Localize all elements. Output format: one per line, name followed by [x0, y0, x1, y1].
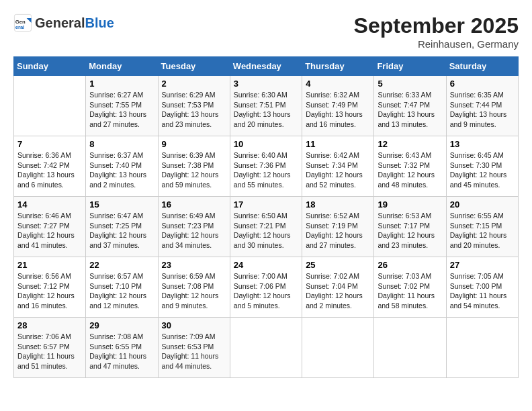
logo-general: General — [35, 15, 85, 30]
day-cell-18: 18Sunrise: 6:52 AM Sunset: 7:19 PM Dayli… — [302, 197, 374, 257]
day-number: 12 — [378, 139, 442, 149]
day-number: 11 — [306, 139, 370, 149]
day-info: Sunrise: 6:35 AM Sunset: 7:44 PM Dayligh… — [450, 90, 515, 130]
day-info: Sunrise: 7:06 AM Sunset: 6:57 PM Dayligh… — [17, 332, 82, 371]
day-info: Sunrise: 6:29 AM Sunset: 7:53 PM Dayligh… — [162, 90, 226, 130]
day-cell-6: 6Sunrise: 6:35 AM Sunset: 7:44 PM Daylig… — [446, 76, 518, 136]
day-info: Sunrise: 6:37 AM Sunset: 7:40 PM Dayligh… — [89, 150, 154, 190]
day-cell-11: 11Sunrise: 6:42 AM Sunset: 7:34 PM Dayli… — [302, 136, 374, 197]
calendar-table: SundayMondayTuesdayWednesdayThursdayFrid… — [13, 56, 519, 378]
day-number: 23 — [162, 260, 226, 270]
empty-cell — [446, 318, 518, 378]
day-info: Sunrise: 6:47 AM Sunset: 7:25 PM Dayligh… — [89, 211, 154, 250]
day-info: Sunrise: 7:03 AM Sunset: 7:02 PM Dayligh… — [378, 271, 442, 311]
day-cell-8: 8Sunrise: 6:37 AM Sunset: 7:40 PM Daylig… — [86, 136, 158, 197]
day-cell-14: 14Sunrise: 6:46 AM Sunset: 7:27 PM Dayli… — [14, 197, 86, 257]
day-number: 27 — [450, 260, 515, 270]
day-number: 28 — [17, 320, 82, 330]
day-info: Sunrise: 7:00 AM Sunset: 7:06 PM Dayligh… — [234, 271, 298, 311]
day-cell-1: 1Sunrise: 6:27 AM Sunset: 7:55 PM Daylig… — [86, 76, 158, 136]
logo-icon: Gen eral — [13, 13, 32, 32]
day-number: 24 — [234, 260, 298, 270]
day-cell-25: 25Sunrise: 7:02 AM Sunset: 7:04 PM Dayli… — [302, 257, 374, 318]
day-number: 5 — [378, 79, 442, 89]
svg-text:eral: eral — [15, 24, 25, 30]
day-number: 18 — [306, 199, 370, 210]
day-cell-24: 24Sunrise: 7:00 AM Sunset: 7:06 PM Dayli… — [230, 257, 302, 318]
weekday-header-friday: Friday — [374, 57, 446, 76]
empty-cell — [302, 318, 374, 378]
day-info: Sunrise: 6:27 AM Sunset: 7:55 PM Dayligh… — [89, 90, 154, 130]
day-cell-4: 4Sunrise: 6:32 AM Sunset: 7:49 PM Daylig… — [302, 76, 374, 136]
day-cell-7: 7Sunrise: 6:36 AM Sunset: 7:42 PM Daylig… — [14, 136, 86, 197]
day-info: Sunrise: 7:02 AM Sunset: 7:04 PM Dayligh… — [306, 271, 370, 311]
day-number: 30 — [162, 320, 226, 330]
day-info: Sunrise: 6:43 AM Sunset: 7:32 PM Dayligh… — [378, 150, 442, 190]
day-info: Sunrise: 6:46 AM Sunset: 7:27 PM Dayligh… — [17, 211, 82, 250]
day-info: Sunrise: 6:40 AM Sunset: 7:36 PM Dayligh… — [234, 150, 298, 190]
day-info: Sunrise: 7:09 AM Sunset: 6:53 PM Dayligh… — [162, 332, 226, 371]
day-number: 20 — [450, 199, 515, 210]
day-number: 6 — [450, 79, 515, 89]
week-row-1: 1Sunrise: 6:27 AM Sunset: 7:55 PM Daylig… — [14, 76, 519, 136]
weekday-header-monday: Monday — [86, 57, 158, 76]
weekday-header-wednesday: Wednesday — [230, 57, 302, 76]
day-number: 29 — [89, 320, 154, 330]
weekday-header-sunday: Sunday — [14, 57, 86, 76]
day-number: 19 — [378, 199, 442, 210]
day-cell-3: 3Sunrise: 6:30 AM Sunset: 7:51 PM Daylig… — [230, 76, 302, 136]
day-number: 10 — [234, 139, 298, 149]
day-cell-28: 28Sunrise: 7:06 AM Sunset: 6:57 PM Dayli… — [14, 318, 86, 378]
day-number: 25 — [306, 260, 370, 270]
weekday-header-tuesday: Tuesday — [158, 57, 230, 76]
day-number: 16 — [162, 199, 226, 210]
day-cell-13: 13Sunrise: 6:45 AM Sunset: 7:30 PM Dayli… — [446, 136, 518, 197]
day-info: Sunrise: 6:32 AM Sunset: 7:49 PM Dayligh… — [306, 90, 370, 130]
day-cell-15: 15Sunrise: 6:47 AM Sunset: 7:25 PM Dayli… — [86, 197, 158, 257]
day-number: 13 — [450, 139, 515, 149]
week-row-3: 14Sunrise: 6:46 AM Sunset: 7:27 PM Dayli… — [14, 197, 519, 257]
page-header: Gen eral GeneralBlue September 2025 Rein… — [13, 13, 519, 50]
week-row-2: 7Sunrise: 6:36 AM Sunset: 7:42 PM Daylig… — [14, 136, 519, 197]
day-cell-27: 27Sunrise: 7:05 AM Sunset: 7:00 PM Dayli… — [446, 257, 518, 318]
day-info: Sunrise: 7:08 AM Sunset: 6:55 PM Dayligh… — [89, 332, 154, 371]
month-title: September 2025 — [354, 13, 519, 38]
day-info: Sunrise: 6:50 AM Sunset: 7:21 PM Dayligh… — [234, 211, 298, 250]
day-info: Sunrise: 6:49 AM Sunset: 7:23 PM Dayligh… — [162, 211, 226, 250]
day-number: 8 — [89, 139, 154, 149]
logo-text: GeneralBlue — [35, 15, 114, 30]
day-cell-10: 10Sunrise: 6:40 AM Sunset: 7:36 PM Dayli… — [230, 136, 302, 197]
day-cell-29: 29Sunrise: 7:08 AM Sunset: 6:55 PM Dayli… — [86, 318, 158, 378]
day-number: 26 — [378, 260, 442, 270]
title-block: September 2025 Reinhausen, Germany — [354, 13, 519, 50]
empty-cell — [374, 318, 446, 378]
day-number: 15 — [89, 199, 154, 210]
day-info: Sunrise: 6:53 AM Sunset: 7:17 PM Dayligh… — [378, 211, 442, 250]
day-info: Sunrise: 6:59 AM Sunset: 7:08 PM Dayligh… — [162, 271, 226, 311]
day-cell-2: 2Sunrise: 6:29 AM Sunset: 7:53 PM Daylig… — [158, 76, 230, 136]
logo-blue: Blue — [85, 15, 114, 30]
day-info: Sunrise: 6:39 AM Sunset: 7:38 PM Dayligh… — [162, 150, 226, 190]
day-cell-12: 12Sunrise: 6:43 AM Sunset: 7:32 PM Dayli… — [374, 136, 446, 197]
week-row-5: 28Sunrise: 7:06 AM Sunset: 6:57 PM Dayli… — [14, 318, 519, 378]
day-cell-9: 9Sunrise: 6:39 AM Sunset: 7:38 PM Daylig… — [158, 136, 230, 197]
day-number: 14 — [17, 199, 82, 210]
empty-cell — [230, 318, 302, 378]
day-info: Sunrise: 6:57 AM Sunset: 7:10 PM Dayligh… — [89, 271, 154, 311]
day-info: Sunrise: 6:42 AM Sunset: 7:34 PM Dayligh… — [306, 150, 370, 190]
day-cell-16: 16Sunrise: 6:49 AM Sunset: 7:23 PM Dayli… — [158, 197, 230, 257]
day-cell-5: 5Sunrise: 6:33 AM Sunset: 7:47 PM Daylig… — [374, 76, 446, 136]
weekday-header-saturday: Saturday — [446, 57, 518, 76]
day-info: Sunrise: 6:33 AM Sunset: 7:47 PM Dayligh… — [378, 90, 442, 130]
day-number: 1 — [89, 79, 154, 89]
day-number: 7 — [17, 139, 82, 149]
weekday-header-thursday: Thursday — [302, 57, 374, 76]
empty-cell — [14, 76, 86, 136]
day-info: Sunrise: 6:45 AM Sunset: 7:30 PM Dayligh… — [450, 150, 515, 190]
day-cell-26: 26Sunrise: 7:03 AM Sunset: 7:02 PM Dayli… — [374, 257, 446, 318]
day-cell-19: 19Sunrise: 6:53 AM Sunset: 7:17 PM Dayli… — [374, 197, 446, 257]
day-number: 2 — [162, 79, 226, 89]
day-cell-30: 30Sunrise: 7:09 AM Sunset: 6:53 PM Dayli… — [158, 318, 230, 378]
day-number: 21 — [17, 260, 82, 270]
day-info: Sunrise: 7:05 AM Sunset: 7:00 PM Dayligh… — [450, 271, 515, 311]
